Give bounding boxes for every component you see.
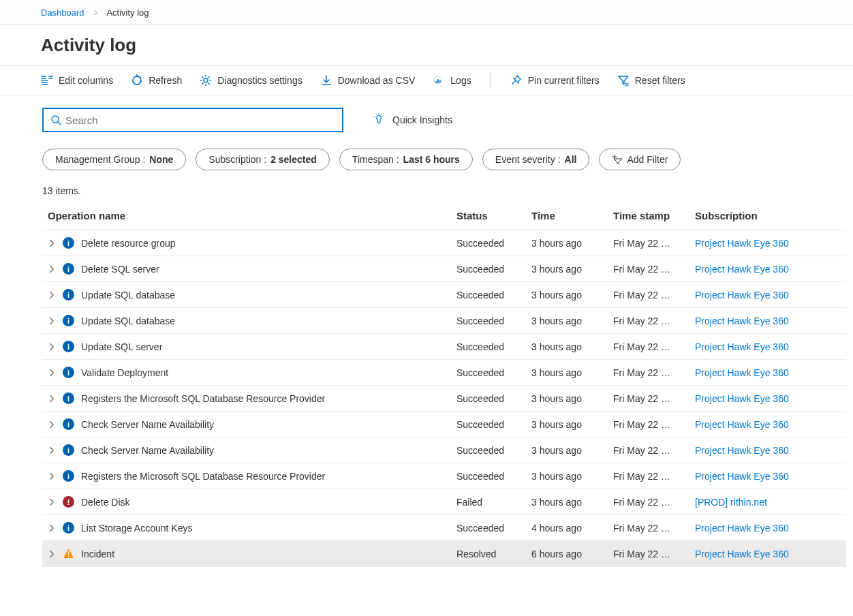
add-filter-label: Add Filter bbox=[627, 154, 668, 165]
reset-filters-button[interactable]: Reset filters bbox=[617, 74, 685, 87]
add-filter-button[interactable]: Add Filter bbox=[599, 149, 681, 170]
subscription-link[interactable]: Project Hawk Eye 360 bbox=[695, 419, 789, 430]
subscription-link[interactable]: Project Hawk Eye 360 bbox=[695, 445, 789, 456]
cell-subscription: Project Hawk Eye 360 bbox=[689, 334, 846, 360]
svg-point-0 bbox=[204, 78, 208, 82]
cell-status: Failed bbox=[451, 489, 526, 515]
subscription-link[interactable]: Project Hawk Eye 360 bbox=[695, 523, 789, 534]
edit-columns-button[interactable]: Edit columns bbox=[41, 74, 113, 87]
expand-chevron-icon[interactable] bbox=[48, 317, 56, 325]
expand-chevron-icon[interactable] bbox=[48, 369, 56, 377]
cell-subscription: Project Hawk Eye 360 bbox=[689, 541, 846, 567]
subscription-link[interactable]: Project Hawk Eye 360 bbox=[695, 341, 789, 352]
table-row[interactable]: iDelete SQL serverSucceeded3 hours agoFr… bbox=[42, 256, 846, 282]
expand-chevron-icon[interactable] bbox=[48, 239, 56, 247]
operation-name: Registers the Microsoft SQL Database Res… bbox=[81, 471, 325, 482]
breadcrumb-dashboard-link[interactable]: Dashboard bbox=[41, 7, 84, 18]
breadcrumb-separator bbox=[93, 7, 102, 18]
download-icon bbox=[320, 74, 332, 87]
svg-rect-3 bbox=[438, 79, 439, 82]
diagnostics-button[interactable]: Diagnostics settings bbox=[200, 74, 303, 87]
subscription-link[interactable]: Project Hawk Eye 360 bbox=[695, 471, 789, 482]
expand-chevron-icon[interactable] bbox=[48, 420, 56, 429]
cell-timestamp: Fri May 22 … bbox=[608, 489, 689, 515]
table-row[interactable]: !Delete DiskFailed3 hours agoFri May 22 … bbox=[42, 489, 846, 515]
download-csv-button[interactable]: Download as CSV bbox=[320, 74, 416, 87]
subscription-link[interactable]: [PROD] rithin.net bbox=[695, 497, 767, 508]
reset-filter-icon bbox=[617, 74, 630, 87]
refresh-label: Refresh bbox=[149, 75, 182, 86]
subscription-link[interactable]: Project Hawk Eye 360 bbox=[695, 315, 789, 326]
table-row[interactable]: iUpdate SQL databaseSucceeded3 hours ago… bbox=[42, 308, 846, 334]
info-icon: i bbox=[63, 367, 74, 378]
filter-management-group[interactable]: Management Group : None bbox=[42, 149, 186, 170]
subscription-link[interactable]: Project Hawk Eye 360 bbox=[695, 264, 789, 275]
filters-row: Management Group : None Subscription : 2… bbox=[0, 144, 853, 183]
gear-icon bbox=[200, 74, 212, 87]
cell-time: 6 hours ago bbox=[526, 541, 608, 567]
subscription-link[interactable]: Project Hawk Eye 360 bbox=[695, 238, 789, 249]
column-header-time[interactable]: Time bbox=[526, 203, 608, 230]
subscription-link[interactable]: Project Hawk Eye 360 bbox=[695, 290, 789, 301]
svg-rect-2 bbox=[436, 81, 437, 83]
cell-subscription: Project Hawk Eye 360 bbox=[689, 412, 846, 437]
column-header-operation[interactable]: Operation name bbox=[42, 203, 451, 230]
items-count: 13 items. bbox=[0, 183, 853, 203]
expand-chevron-icon[interactable] bbox=[48, 472, 56, 480]
column-header-status[interactable]: Status bbox=[451, 203, 526, 230]
column-header-subscription[interactable]: Subscription bbox=[689, 203, 846, 230]
info-icon: i bbox=[63, 263, 74, 275]
filter-timespan[interactable]: Timespan : Last 6 hours bbox=[339, 149, 473, 170]
quick-insights-label: Quick Insights bbox=[392, 114, 452, 125]
quick-insights-button[interactable]: Quick Insights bbox=[372, 113, 452, 127]
expand-chevron-icon[interactable] bbox=[48, 498, 56, 506]
refresh-button[interactable]: Refresh bbox=[131, 74, 182, 87]
column-header-timestamp[interactable]: Time stamp bbox=[608, 203, 689, 230]
table-row[interactable]: iDelete resource groupSucceeded3 hours a… bbox=[42, 230, 846, 256]
table-row[interactable]: iRegisters the Microsoft SQL Database Re… bbox=[42, 386, 846, 412]
page-title: Activity log bbox=[41, 35, 839, 56]
expand-chevron-icon[interactable] bbox=[48, 291, 56, 299]
cell-time: 3 hours ago bbox=[526, 437, 608, 463]
search-input[interactable] bbox=[65, 114, 335, 126]
table-row[interactable]: iCheck Server Name AvailabilitySucceeded… bbox=[42, 437, 846, 463]
cell-status: Succeeded bbox=[451, 230, 526, 256]
pin-icon bbox=[510, 74, 523, 87]
table-row[interactable]: iList Storage Account KeysSucceeded4 hou… bbox=[42, 515, 846, 541]
table-row[interactable]: iCheck Server Name AvailabilitySucceeded… bbox=[42, 412, 846, 437]
cell-timestamp: Fri May 22 … bbox=[608, 256, 689, 282]
expand-chevron-icon[interactable] bbox=[48, 395, 56, 403]
reset-filters-label: Reset filters bbox=[635, 75, 685, 86]
cell-time: 3 hours ago bbox=[526, 256, 608, 282]
operation-name: Delete Disk bbox=[81, 497, 130, 508]
table-row[interactable]: iRegisters the Microsoft SQL Database Re… bbox=[42, 463, 846, 489]
cell-timestamp: Fri May 22 … bbox=[608, 386, 689, 412]
expand-chevron-icon[interactable] bbox=[48, 524, 56, 532]
search-box[interactable] bbox=[42, 108, 343, 132]
table-row[interactable]: IncidentResolved6 hours agoFri May 22 …P… bbox=[42, 541, 846, 567]
table-row[interactable]: iValidate DeploymentSucceeded3 hours ago… bbox=[42, 360, 846, 386]
cell-time: 4 hours ago bbox=[526, 515, 608, 541]
expand-chevron-icon[interactable] bbox=[48, 550, 56, 558]
command-toolbar: Edit columns Refresh Diagnostics setting… bbox=[0, 66, 853, 95]
pin-filters-button[interactable]: Pin current filters bbox=[510, 74, 600, 87]
info-icon: i bbox=[63, 392, 74, 404]
table-row[interactable]: iUpdate SQL serverSucceeded3 hours agoFr… bbox=[42, 334, 846, 360]
subscription-link[interactable]: Project Hawk Eye 360 bbox=[695, 549, 789, 559]
subscription-link[interactable]: Project Hawk Eye 360 bbox=[695, 393, 789, 404]
cell-status: Succeeded bbox=[451, 282, 526, 308]
logs-button[interactable]: Logs bbox=[433, 74, 471, 87]
table-row[interactable]: iUpdate SQL databaseSucceeded3 hours ago… bbox=[42, 282, 846, 308]
filter-subscription[interactable]: Subscription : 2 selected bbox=[196, 149, 330, 170]
expand-chevron-icon[interactable] bbox=[48, 343, 56, 351]
cell-timestamp: Fri May 22 … bbox=[608, 230, 689, 256]
cell-timestamp: Fri May 22 … bbox=[608, 334, 689, 360]
expand-chevron-icon[interactable] bbox=[48, 265, 56, 273]
operation-name: Validate Deployment bbox=[81, 367, 168, 378]
info-icon: i bbox=[63, 341, 74, 352]
cell-status: Succeeded bbox=[451, 256, 526, 282]
subscription-link[interactable]: Project Hawk Eye 360 bbox=[695, 367, 789, 378]
expand-chevron-icon[interactable] bbox=[48, 446, 56, 455]
filter-event-severity[interactable]: Event severity : All bbox=[482, 149, 590, 170]
svg-rect-6 bbox=[68, 551, 69, 555]
